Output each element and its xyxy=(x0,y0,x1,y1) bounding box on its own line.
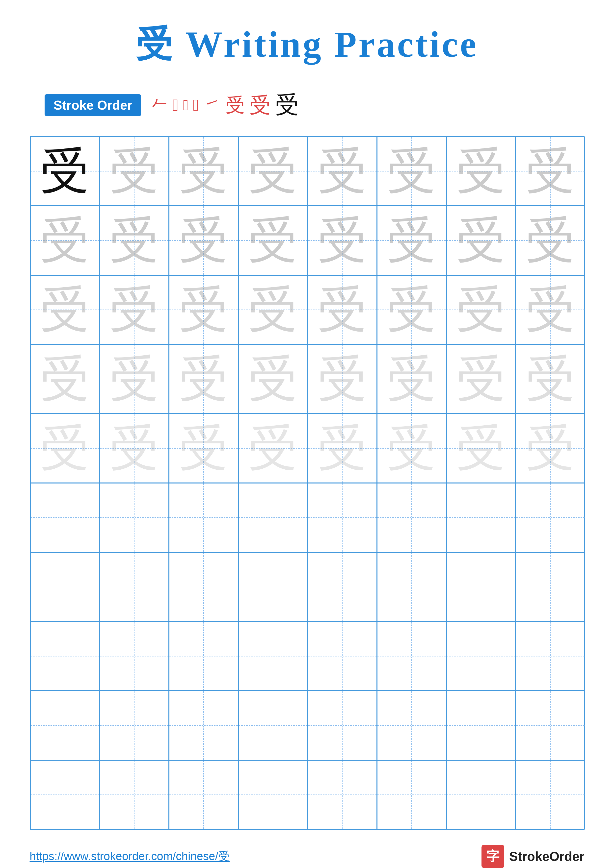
grid-cell-r9c1[interactable] xyxy=(30,691,99,760)
grid-cell-r7c2[interactable] xyxy=(99,552,169,622)
stroke-step-4: 𠄌 xyxy=(193,96,199,115)
grid-cell-r1c3[interactable]: 受 xyxy=(169,136,238,206)
grid-cell-r9c7[interactable] xyxy=(446,691,516,760)
grid-cell-r10c6[interactable] xyxy=(377,760,446,829)
grid-cell-r10c1[interactable] xyxy=(30,760,99,829)
grid-cell-r7c1[interactable] xyxy=(30,552,99,622)
grid-cell-r4c5[interactable]: 受 xyxy=(308,344,377,414)
grid-cell-r2c3[interactable]: 受 xyxy=(169,206,238,275)
grid-cell-r10c3[interactable] xyxy=(169,760,238,829)
practice-char: 受 xyxy=(248,216,298,265)
grid-cell-r2c6[interactable]: 受 xyxy=(377,206,446,275)
grid-cell-r9c6[interactable] xyxy=(377,691,446,760)
grid-cell-r5c5[interactable]: 受 xyxy=(308,414,377,483)
grid-cell-r9c4[interactable] xyxy=(238,691,308,760)
grid-cell-r1c8[interactable]: 受 xyxy=(516,136,585,206)
title-chinese-char: 受 xyxy=(136,24,174,65)
grid-cell-r3c5[interactable]: 受 xyxy=(308,275,377,344)
grid-cell-r10c8[interactable] xyxy=(516,760,585,829)
practice-char: 受 xyxy=(179,354,229,404)
grid-cell-r7c7[interactable] xyxy=(446,552,516,622)
grid-cell-r6c3[interactable] xyxy=(169,483,238,552)
grid-cell-r8c2[interactable] xyxy=(99,622,169,691)
practice-char: 受 xyxy=(387,285,437,335)
practice-char: 受 xyxy=(109,354,159,404)
grid-cell-r8c1[interactable] xyxy=(30,622,99,691)
grid-cell-r10c2[interactable] xyxy=(99,760,169,829)
grid-cell-r9c5[interactable] xyxy=(308,691,377,760)
grid-cell-r5c6[interactable]: 受 xyxy=(377,414,446,483)
practice-char: 受 xyxy=(456,285,506,335)
practice-char: 受 xyxy=(456,146,506,196)
grid-cell-r2c7[interactable]: 受 xyxy=(446,206,516,275)
stroke-step-7: 受 xyxy=(249,91,271,120)
grid-cell-r8c4[interactable] xyxy=(238,622,308,691)
grid-cell-r2c4[interactable]: 受 xyxy=(238,206,308,275)
grid-cell-r5c8[interactable]: 受 xyxy=(516,414,585,483)
grid-cell-r2c8[interactable]: 受 xyxy=(516,206,585,275)
grid-cell-r6c1[interactable] xyxy=(30,483,99,552)
grid-cell-r9c3[interactable] xyxy=(169,691,238,760)
grid-cell-r3c3[interactable]: 受 xyxy=(169,275,238,344)
practice-char: 受 xyxy=(525,354,575,404)
grid-cell-r8c6[interactable] xyxy=(377,622,446,691)
grid-cell-r5c1[interactable]: 受 xyxy=(30,414,99,483)
grid-cell-r4c3[interactable]: 受 xyxy=(169,344,238,414)
grid-cell-r10c4[interactable] xyxy=(238,760,308,829)
grid-cell-r2c5[interactable]: 受 xyxy=(308,206,377,275)
grid-cell-r5c4[interactable]: 受 xyxy=(238,414,308,483)
grid-cell-r4c2[interactable]: 受 xyxy=(99,344,169,414)
grid-cell-r6c6[interactable] xyxy=(377,483,446,552)
grid-cell-r7c6[interactable] xyxy=(377,552,446,622)
grid-cell-r1c7[interactable]: 受 xyxy=(446,136,516,206)
grid-cell-r5c3[interactable]: 受 xyxy=(169,414,238,483)
grid-cell-r8c5[interactable] xyxy=(308,622,377,691)
practice-char: 受 xyxy=(248,354,298,404)
grid-cell-r3c1[interactable]: 受 xyxy=(30,275,99,344)
grid-cell-r6c2[interactable] xyxy=(99,483,169,552)
grid-cell-r9c2[interactable] xyxy=(99,691,169,760)
grid-cell-r4c6[interactable]: 受 xyxy=(377,344,446,414)
practice-char: 受 xyxy=(179,216,229,265)
grid-cell-r6c4[interactable] xyxy=(238,483,308,552)
grid-cell-r1c2[interactable]: 受 xyxy=(99,136,169,206)
footer-url[interactable]: https://www.strokeorder.com/chinese/受 xyxy=(30,849,230,864)
grid-cell-r5c7[interactable]: 受 xyxy=(446,414,516,483)
grid-cell-r6c5[interactable] xyxy=(308,483,377,552)
grid-cell-r8c8[interactable] xyxy=(516,622,585,691)
grid-cell-r7c5[interactable] xyxy=(308,552,377,622)
grid-cell-r6c8[interactable] xyxy=(516,483,585,552)
grid-cell-r7c8[interactable] xyxy=(516,552,585,622)
grid-cell-r1c1[interactable]: 受 xyxy=(30,136,99,206)
page: 受 Writing Practice Stroke Order 𠂉 𠃌 𠃍 𠄌 … xyxy=(0,0,614,868)
grid-cell-r1c6[interactable]: 受 xyxy=(377,136,446,206)
grid-cell-r3c6[interactable]: 受 xyxy=(377,275,446,344)
grid-cell-r3c8[interactable]: 受 xyxy=(516,275,585,344)
footer: https://www.strokeorder.com/chinese/受 字 … xyxy=(30,830,584,868)
grid-cell-r7c4[interactable] xyxy=(238,552,308,622)
grid-cell-r10c7[interactable] xyxy=(446,760,516,829)
grid-cell-r7c3[interactable] xyxy=(169,552,238,622)
grid-cell-r10c5[interactable] xyxy=(308,760,377,829)
grid-cell-r4c1[interactable]: 受 xyxy=(30,344,99,414)
grid-cell-r9c8[interactable] xyxy=(516,691,585,760)
grid-cell-r2c1[interactable]: 受 xyxy=(30,206,99,275)
grid-cell-r1c5[interactable]: 受 xyxy=(308,136,377,206)
grid-cell-r4c8[interactable]: 受 xyxy=(516,344,585,414)
grid-cell-r6c7[interactable] xyxy=(446,483,516,552)
practice-char: 受 xyxy=(456,424,506,473)
grid-cell-r1c4[interactable]: 受 xyxy=(238,136,308,206)
practice-char: 受 xyxy=(40,354,90,404)
grid-cell-r2c2[interactable]: 受 xyxy=(99,206,169,275)
grid-cell-r3c7[interactable]: 受 xyxy=(446,275,516,344)
grid-cell-r4c4[interactable]: 受 xyxy=(238,344,308,414)
grid-cell-r5c2[interactable]: 受 xyxy=(99,414,169,483)
grid-cell-r4c7[interactable]: 受 xyxy=(446,344,516,414)
grid-cell-r3c4[interactable]: 受 xyxy=(238,275,308,344)
footer-logo-char: 字 xyxy=(482,845,504,868)
grid-cell-r8c7[interactable] xyxy=(446,622,516,691)
grid-cell-r3c2[interactable]: 受 xyxy=(99,275,169,344)
practice-char: 受 xyxy=(525,285,575,335)
practice-char: 受 xyxy=(525,146,575,196)
grid-cell-r8c3[interactable] xyxy=(169,622,238,691)
